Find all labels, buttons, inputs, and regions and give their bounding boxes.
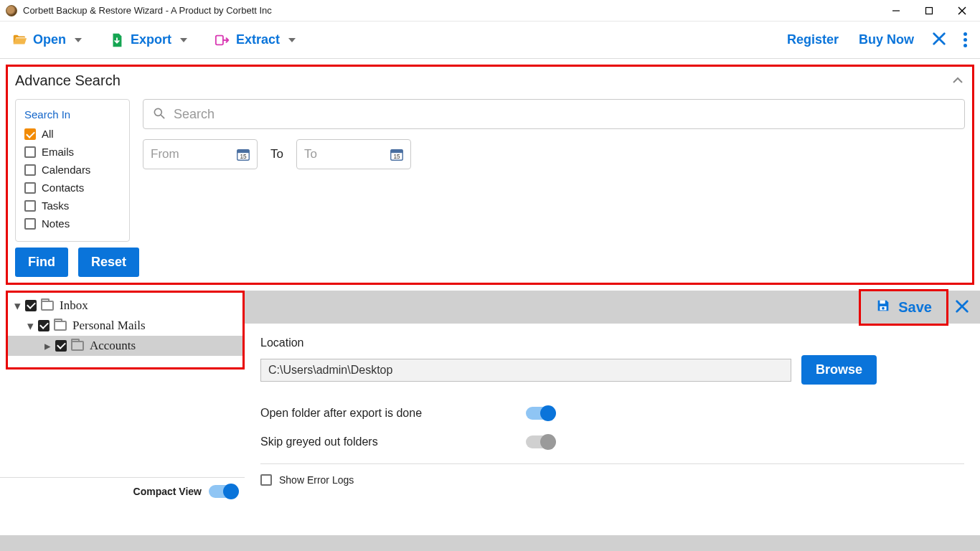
tree-checkbox[interactable] [38, 320, 50, 331]
checkbox-tasks[interactable]: Tasks [24, 199, 121, 212]
status-bar [0, 535, 980, 551]
svg-rect-10 [237, 150, 250, 154]
checkbox-icon [24, 128, 36, 140]
checkbox-icon [24, 218, 36, 230]
show-error-logs-checkbox[interactable] [260, 474, 272, 486]
export-file-icon [109, 32, 125, 48]
close-window-button[interactable] [946, 0, 979, 22]
tree-label: Accounts [90, 339, 136, 353]
more-menu[interactable] [954, 27, 976, 53]
open-menu[interactable]: Open [4, 26, 89, 55]
tree-checkbox[interactable] [25, 300, 37, 311]
location-label: Location [260, 336, 964, 349]
folder-tree: ▾ Inbox ▾ Personal Mails ▸ Accounts [6, 291, 245, 369]
open-folder-label: Open folder after export is done [260, 407, 526, 420]
checkbox-contacts[interactable]: Contacts [24, 182, 121, 194]
svg-rect-13 [391, 150, 403, 154]
tree-item-inbox[interactable]: ▾ Inbox [8, 296, 242, 316]
checkbox-icon [24, 146, 36, 158]
extract-label: Extract [236, 32, 280, 47]
advance-search-title: Advance Search [15, 72, 121, 89]
date-to-input[interactable] [304, 147, 389, 161]
maximize-button[interactable] [913, 0, 946, 22]
tree-label: Inbox [60, 298, 88, 313]
date-to-box: 15 [296, 139, 411, 169]
search-icon [152, 106, 166, 123]
folder-icon [41, 301, 54, 311]
folder-icon [54, 321, 67, 331]
svg-rect-17 [880, 300, 885, 303]
advance-search-panel: Advance Search Search In All Emails Cale… [6, 65, 974, 285]
checkbox-icon [24, 164, 36, 176]
minimize-button[interactable] [880, 0, 913, 22]
reset-button[interactable]: Reset [78, 248, 139, 277]
tree-item-personal[interactable]: ▾ Personal Mails [8, 316, 242, 336]
search-box [143, 99, 965, 129]
search-in-header: Search In [24, 108, 121, 121]
export-label: Export [131, 32, 171, 47]
panel-close-button[interactable] [948, 298, 976, 316]
location-input[interactable] [260, 359, 791, 382]
expander-icon[interactable]: ▾ [25, 319, 35, 334]
search-in-box: Search In All Emails Calendars Contacts … [15, 99, 130, 242]
svg-point-7 [154, 108, 161, 116]
find-button[interactable]: Find [15, 248, 68, 277]
save-label: Save [898, 299, 932, 316]
svg-rect-1 [926, 7, 933, 14]
extract-menu[interactable]: Extract [207, 26, 303, 55]
save-icon [875, 298, 891, 317]
svg-line-8 [161, 115, 164, 118]
svg-rect-4 [216, 35, 223, 44]
export-menu[interactable]: Export [102, 26, 194, 55]
svg-text:15: 15 [393, 154, 400, 160]
collapse-button[interactable] [952, 75, 963, 87]
skip-greyed-label: Skip greyed out folders [260, 435, 526, 448]
open-folder-icon [11, 32, 27, 48]
chevron-down-icon [180, 38, 187, 42]
svg-point-16 [882, 306, 885, 309]
compact-view-toggle[interactable] [209, 485, 237, 498]
buy-now-link[interactable]: Buy Now [849, 28, 924, 52]
compact-view-label: Compact View [133, 486, 202, 497]
save-button[interactable]: Save [867, 293, 941, 321]
tree-item-accounts[interactable]: ▸ Accounts [8, 336, 242, 356]
browse-button[interactable]: Browse [801, 355, 877, 385]
skip-greyed-toggle[interactable] [526, 435, 555, 448]
expander-icon[interactable]: ▸ [42, 339, 52, 354]
open-folder-toggle[interactable] [526, 407, 555, 420]
register-link[interactable]: Register [777, 28, 849, 52]
svg-text:15: 15 [240, 154, 247, 160]
folder-icon [71, 341, 84, 351]
checkbox-icon [24, 182, 36, 194]
expander-icon[interactable]: ▾ [12, 298, 22, 314]
checkbox-all[interactable]: All [24, 128, 121, 140]
chevron-down-icon [288, 38, 296, 42]
date-from-input[interactable] [151, 147, 235, 161]
checkbox-calendars[interactable]: Calendars [24, 164, 121, 176]
toolbar-close-button[interactable] [924, 31, 954, 49]
calendar-icon[interactable]: 15 [235, 146, 251, 162]
calendar-icon[interactable]: 15 [389, 146, 405, 162]
checkbox-notes[interactable]: Notes [24, 217, 121, 230]
checkbox-emails[interactable]: Emails [24, 146, 121, 158]
chevron-down-icon [75, 38, 82, 42]
window-title: Corbett Backup & Restore Wizard - A Prod… [23, 5, 272, 16]
tree-checkbox[interactable] [55, 340, 67, 352]
show-error-logs-label: Show Error Logs [279, 474, 354, 486]
to-label: To [270, 147, 283, 161]
date-from-box: 15 [143, 139, 258, 169]
search-input[interactable] [174, 107, 956, 122]
extract-icon [215, 32, 230, 48]
checkbox-icon [24, 200, 36, 212]
app-icon [6, 5, 17, 17]
tree-label: Personal Mails [72, 319, 146, 333]
open-label: Open [33, 32, 66, 47]
